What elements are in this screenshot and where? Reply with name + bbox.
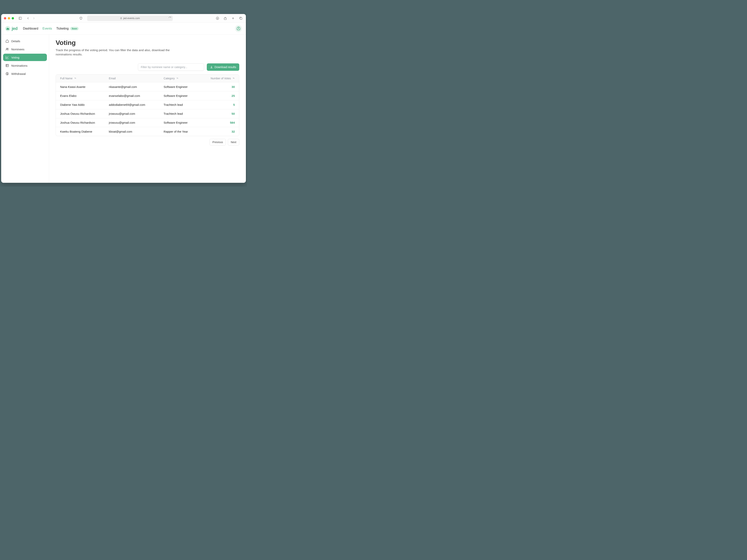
maximize-window-button[interactable] (12, 17, 14, 20)
cell-votes: 25 (202, 94, 235, 98)
sidebar-item-label: Nominations (11, 64, 27, 67)
reload-icon[interactable] (169, 17, 171, 20)
download-results-button[interactable]: Download results (207, 63, 239, 71)
cell-full-name: Joshua Owusu Richardson (60, 121, 109, 124)
cell-full-name: Diabene Yaw Addo (60, 103, 109, 106)
svg-point-11 (8, 27, 9, 28)
browser-window: jed-events.com jed (1, 14, 246, 183)
th-full-name[interactable]: Full Name (60, 77, 109, 80)
cell-email: jrowusu@gmail.com (109, 112, 162, 115)
cell-email: kboat@gmail.com (109, 130, 162, 133)
toolbar: Download results (56, 63, 239, 71)
share-icon[interactable] (223, 16, 228, 21)
svg-point-14 (6, 48, 7, 49)
cell-category: Software Engineer (162, 94, 202, 98)
sidebar-item-nominees[interactable]: Nominees (3, 46, 47, 53)
back-button[interactable] (26, 16, 30, 21)
download-icon (210, 65, 213, 69)
sidebar-item-label: Details (11, 39, 20, 43)
url-text: jed-events.com (123, 17, 140, 20)
user-icon (236, 27, 240, 30)
cell-full-name: Kweku Boateng Diabene (60, 130, 109, 133)
cell-full-name: Evans Elabo (60, 94, 109, 98)
page-description: Track the progress of the voting period.… (56, 48, 180, 57)
table-row[interactable]: Joshua Owusu Richardsonjrowusu@gmail.com… (56, 109, 239, 118)
cell-category: Trachtech lead (162, 112, 202, 115)
previous-button[interactable]: Previous (209, 139, 226, 145)
privacy-shield-icon[interactable] (79, 16, 83, 21)
table-body: Nana Kwasi Asantenkasante@gmail.comSoftw… (56, 82, 239, 136)
th-label: Email (109, 77, 116, 80)
svg-rect-6 (224, 18, 227, 20)
sidebar-toggle-icon[interactable] (18, 16, 23, 21)
table-row[interactable]: Diabene Yaw Addoaddodiabene69@gmail.comT… (56, 100, 239, 109)
th-email[interactable]: Email (109, 77, 162, 80)
app-header: jed Dashboard Events Ticketing Soon (1, 23, 246, 35)
forward-button[interactable] (31, 16, 36, 21)
filter-input[interactable] (138, 63, 204, 71)
sort-icon (74, 77, 76, 80)
cell-email: nkasante@gmail.com (109, 85, 162, 88)
sidebar-item-voting[interactable]: Voting (3, 54, 47, 61)
url-bar[interactable]: jed-events.com (87, 16, 173, 21)
svg-rect-3 (121, 18, 122, 19)
sidebar-item-nominations[interactable]: Nominations (3, 62, 47, 69)
table-row[interactable]: Evans Elaboevanselabo@gmail.comSoftware … (56, 91, 239, 100)
svg-rect-9 (240, 18, 242, 20)
sort-icon (176, 77, 179, 80)
sidebar-item-details[interactable]: Details (3, 37, 47, 45)
nav-ticketing[interactable]: Ticketing Soon (56, 27, 79, 30)
cell-email: addodiabene69@gmail.com (109, 103, 162, 106)
th-label: Category (163, 77, 175, 80)
cell-category: Trachtech lead (162, 103, 202, 106)
download-label: Download results (214, 65, 236, 69)
page-title: Voting (56, 39, 239, 47)
new-tab-icon[interactable] (231, 16, 235, 21)
cell-full-name: Joshua Owusu Richardson (60, 112, 109, 115)
downloads-icon[interactable] (215, 16, 220, 21)
th-category[interactable]: Category (162, 77, 202, 80)
table-row[interactable]: Joshua Owusu Richardsonjrowusu@gmail.com… (56, 118, 239, 127)
sidebar-item-withdrawal[interactable]: Withdrawal (3, 70, 47, 77)
table-header: Full Name Email Category Number of Votes (56, 75, 239, 82)
sort-icon (232, 77, 235, 80)
cell-full-name: Nana Kwasi Asante (60, 85, 109, 88)
th-votes[interactable]: Number of Votes (202, 77, 235, 80)
users-icon (5, 48, 9, 51)
svg-rect-16 (6, 64, 8, 67)
cell-email: evanselabo@gmail.com (109, 94, 162, 98)
nav-events-label: Events (43, 27, 52, 30)
top-nav: Dashboard Events Ticketing Soon (23, 27, 79, 30)
th-label: Full Name (60, 77, 73, 80)
cell-category: Software Engineer (162, 85, 202, 88)
profile-button[interactable] (235, 25, 242, 32)
table-icon (5, 64, 9, 67)
nav-dashboard[interactable]: Dashboard (23, 27, 38, 30)
minimize-window-button[interactable] (8, 17, 10, 20)
previous-label: Previous (212, 140, 223, 144)
table-row[interactable]: Kweku Boateng Diabenekboat@gmail.comRapp… (56, 127, 239, 136)
pagination: Previous Next (56, 139, 239, 145)
nav-dashboard-label: Dashboard (23, 27, 38, 30)
traffic-lights (4, 17, 14, 20)
home-icon (5, 39, 9, 43)
brand-name: jed (12, 26, 18, 31)
svg-point-12 (238, 27, 239, 29)
cell-category: Rapper of the Year (162, 130, 202, 133)
sidebar-item-label: Nominees (11, 48, 25, 51)
cell-email: jrowusu@gmail.com (109, 121, 162, 124)
sidebar-item-label: Withdrawal (11, 72, 26, 76)
logo-mark-icon (5, 26, 10, 31)
cell-votes: 32 (202, 130, 235, 133)
next-label: Next (231, 140, 236, 144)
table-row[interactable]: Nana Kwasi Asantenkasante@gmail.comSoftw… (56, 82, 239, 91)
main-content: Voting Track the progress of the voting … (49, 35, 246, 183)
cell-votes: 30 (202, 85, 235, 88)
cell-votes: 50 (202, 112, 235, 115)
soon-badge: Soon (70, 27, 79, 30)
close-window-button[interactable] (4, 17, 6, 20)
tabs-overview-icon[interactable] (238, 16, 243, 21)
next-button[interactable]: Next (228, 139, 239, 145)
nav-events[interactable]: Events (43, 27, 52, 30)
brand-logo[interactable]: jed (5, 26, 18, 31)
